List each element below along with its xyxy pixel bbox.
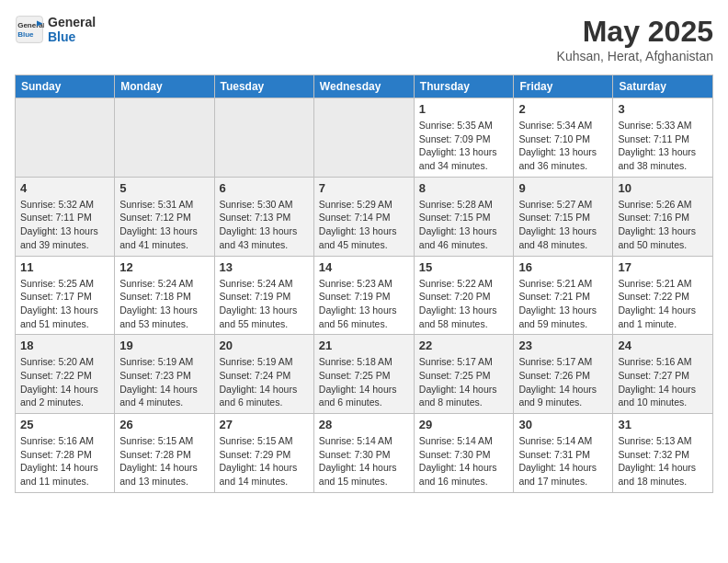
day-number: 17 [618,260,708,274]
day-info: Sunrise: 5:24 AM Sunset: 7:18 PM Dayligh… [119,277,209,331]
calendar-cell: 29Sunrise: 5:14 AM Sunset: 7:30 PM Dayli… [414,414,514,493]
calendar-day-header: Sunday [16,75,115,98]
calendar-cell: 18Sunrise: 5:20 AM Sunset: 7:22 PM Dayli… [16,335,115,414]
day-info: Sunrise: 5:35 AM Sunset: 7:09 PM Dayligh… [419,119,509,173]
day-number: 15 [419,260,509,274]
calendar-cell: 1Sunrise: 5:35 AM Sunset: 7:09 PM Daylig… [414,98,514,178]
day-info: Sunrise: 5:31 AM Sunset: 7:12 PM Dayligh… [119,198,209,252]
calendar-cell: 22Sunrise: 5:17 AM Sunset: 7:25 PM Dayli… [414,335,514,414]
day-info: Sunrise: 5:23 AM Sunset: 7:19 PM Dayligh… [319,277,409,331]
day-info: Sunrise: 5:30 AM Sunset: 7:13 PM Dayligh… [220,198,309,252]
calendar-cell: 23Sunrise: 5:17 AM Sunset: 7:26 PM Dayli… [514,335,613,414]
calendar-week-row: 11Sunrise: 5:25 AM Sunset: 7:17 PM Dayli… [16,256,713,335]
day-info: Sunrise: 5:19 AM Sunset: 7:23 PM Dayligh… [119,355,209,409]
day-number: 7 [319,181,409,195]
day-number: 21 [319,339,409,352]
day-number: 25 [20,418,109,431]
calendar-day-header: Saturday [613,75,713,98]
calendar-cell: 17Sunrise: 5:21 AM Sunset: 7:22 PM Dayli… [613,256,713,335]
day-number: 9 [518,181,608,195]
calendar-cell: 25Sunrise: 5:16 AM Sunset: 7:28 PM Dayli… [16,414,115,493]
calendar-header-row: SundayMondayTuesdayWednesdayThursdayFrid… [16,75,713,98]
day-number: 12 [119,260,209,274]
day-info: Sunrise: 5:17 AM Sunset: 7:25 PM Dayligh… [419,355,509,409]
calendar-cell [214,98,313,178]
day-info: Sunrise: 5:17 AM Sunset: 7:26 PM Dayligh… [518,355,608,409]
day-number: 28 [319,418,409,431]
day-info: Sunrise: 5:16 AM Sunset: 7:27 PM Dayligh… [618,355,708,409]
day-number: 24 [618,339,708,352]
day-info: Sunrise: 5:28 AM Sunset: 7:15 PM Dayligh… [419,198,509,252]
calendar-week-row: 18Sunrise: 5:20 AM Sunset: 7:22 PM Dayli… [16,335,713,414]
day-number: 8 [419,181,509,195]
calendar-cell: 21Sunrise: 5:18 AM Sunset: 7:25 PM Dayli… [313,335,414,414]
day-info: Sunrise: 5:18 AM Sunset: 7:25 PM Dayligh… [319,355,409,409]
calendar-cell: 30Sunrise: 5:14 AM Sunset: 7:31 PM Dayli… [514,414,613,493]
day-info: Sunrise: 5:26 AM Sunset: 7:16 PM Dayligh… [618,198,708,252]
calendar-cell: 26Sunrise: 5:15 AM Sunset: 7:28 PM Dayli… [115,414,214,493]
calendar-cell: 2Sunrise: 5:34 AM Sunset: 7:10 PM Daylig… [514,98,613,178]
logo-text: General Blue [48,15,96,44]
calendar-cell [115,98,214,178]
calendar-week-row: 25Sunrise: 5:16 AM Sunset: 7:28 PM Dayli… [16,414,713,493]
day-number: 14 [319,260,409,274]
subtitle: Kuhsan, Herat, Afghanistan [557,49,713,63]
calendar-cell: 31Sunrise: 5:13 AM Sunset: 7:32 PM Dayli… [613,414,713,493]
calendar-day-header: Wednesday [313,75,414,98]
svg-text:Blue: Blue [17,30,34,39]
calendar-cell: 8Sunrise: 5:28 AM Sunset: 7:15 PM Daylig… [414,177,514,256]
day-info: Sunrise: 5:20 AM Sunset: 7:22 PM Dayligh… [20,355,109,409]
day-info: Sunrise: 5:25 AM Sunset: 7:17 PM Dayligh… [20,277,109,331]
logo-icon: General Blue [15,15,44,44]
calendar-cell: 5Sunrise: 5:31 AM Sunset: 7:12 PM Daylig… [115,177,214,256]
calendar-cell: 12Sunrise: 5:24 AM Sunset: 7:18 PM Dayli… [115,256,214,335]
calendar-cell: 7Sunrise: 5:29 AM Sunset: 7:14 PM Daylig… [313,177,414,256]
calendar-day-header: Monday [115,75,214,98]
day-number: 26 [119,418,209,431]
day-info: Sunrise: 5:21 AM Sunset: 7:22 PM Dayligh… [618,277,708,331]
day-info: Sunrise: 5:16 AM Sunset: 7:28 PM Dayligh… [20,434,109,488]
day-number: 31 [618,418,708,431]
day-info: Sunrise: 5:29 AM Sunset: 7:14 PM Dayligh… [319,198,409,252]
day-info: Sunrise: 5:34 AM Sunset: 7:10 PM Dayligh… [518,119,608,173]
day-info: Sunrise: 5:32 AM Sunset: 7:11 PM Dayligh… [20,198,109,252]
calendar-cell: 16Sunrise: 5:21 AM Sunset: 7:21 PM Dayli… [514,256,613,335]
title-block: May 2025 Kuhsan, Herat, Afghanistan [557,15,713,63]
day-number: 10 [618,181,708,195]
day-number: 13 [220,260,309,274]
day-number: 16 [518,260,608,274]
calendar-cell: 4Sunrise: 5:32 AM Sunset: 7:11 PM Daylig… [16,177,115,256]
day-number: 29 [419,418,509,431]
day-number: 5 [119,181,209,195]
page-header: General Blue General Blue May 2025 Kuhsa… [15,15,713,63]
day-number: 30 [518,418,608,431]
calendar-cell: 13Sunrise: 5:24 AM Sunset: 7:19 PM Dayli… [214,256,313,335]
calendar-cell: 6Sunrise: 5:30 AM Sunset: 7:13 PM Daylig… [214,177,313,256]
day-number: 20 [220,339,309,352]
calendar-cell: 10Sunrise: 5:26 AM Sunset: 7:16 PM Dayli… [613,177,713,256]
calendar-day-header: Tuesday [214,75,313,98]
logo: General Blue General Blue [15,15,96,44]
day-info: Sunrise: 5:14 AM Sunset: 7:30 PM Dayligh… [319,434,409,488]
day-number: 3 [618,102,708,116]
day-info: Sunrise: 5:15 AM Sunset: 7:29 PM Dayligh… [220,434,309,488]
day-number: 6 [220,181,309,195]
day-number: 1 [419,102,509,116]
day-number: 22 [419,339,509,352]
main-title: May 2025 [557,15,713,49]
day-info: Sunrise: 5:13 AM Sunset: 7:32 PM Dayligh… [618,434,708,488]
calendar-cell: 20Sunrise: 5:19 AM Sunset: 7:24 PM Dayli… [214,335,313,414]
day-info: Sunrise: 5:14 AM Sunset: 7:30 PM Dayligh… [419,434,509,488]
day-number: 27 [220,418,309,431]
day-number: 18 [20,339,109,352]
calendar-cell: 28Sunrise: 5:14 AM Sunset: 7:30 PM Dayli… [313,414,414,493]
day-number: 2 [518,102,608,116]
day-info: Sunrise: 5:33 AM Sunset: 7:11 PM Dayligh… [618,119,708,173]
calendar-cell: 9Sunrise: 5:27 AM Sunset: 7:15 PM Daylig… [514,177,613,256]
day-info: Sunrise: 5:24 AM Sunset: 7:19 PM Dayligh… [220,277,309,331]
day-info: Sunrise: 5:21 AM Sunset: 7:21 PM Dayligh… [518,277,608,331]
calendar-cell: 11Sunrise: 5:25 AM Sunset: 7:17 PM Dayli… [16,256,115,335]
day-number: 19 [119,339,209,352]
day-info: Sunrise: 5:15 AM Sunset: 7:28 PM Dayligh… [119,434,209,488]
day-number: 4 [20,181,109,195]
